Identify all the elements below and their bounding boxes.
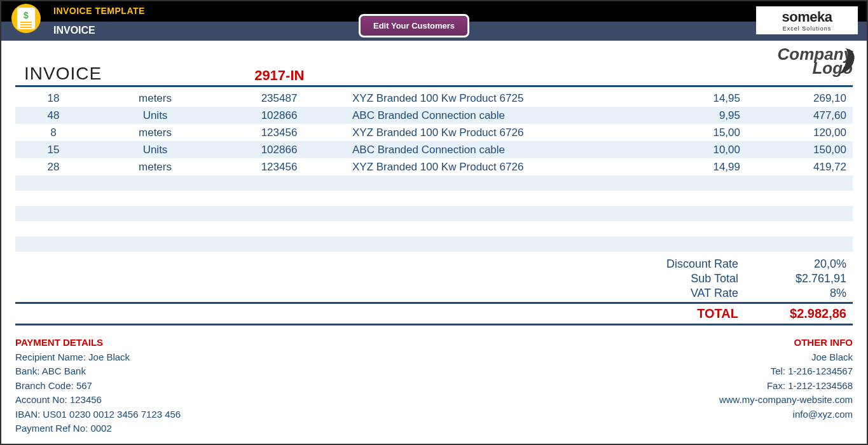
vat-row: VAT Rate 8% — [15, 286, 853, 301]
invoice-number: 2917-IN — [254, 67, 304, 84]
edit-customers-button[interactable]: Edit Your Customers — [359, 14, 469, 38]
table-row: 8 meters 123456 XYZ Branded 100 Kw Produ… — [15, 124, 853, 141]
invoice-header: INVOICE 2917-IN — [15, 41, 853, 87]
someka-logo: someka Excel Solutions — [756, 6, 858, 34]
section-label: INVOICE — [53, 25, 95, 36]
summary-block: Discount Rate 20,0% Sub Total $2.761,91 … — [15, 257, 853, 325]
table-row: 15 Units 102866 ABC Branded Connection c… — [15, 141, 853, 158]
discount-row: Discount Rate 20,0% — [15, 257, 853, 271]
details-section: PAYMENT DETAILS Recipient Name: Joe Blac… — [15, 336, 853, 436]
total-row: TOTAL $2.982,86 — [15, 304, 853, 325]
payment-details: PAYMENT DETAILS Recipient Name: Joe Blac… — [15, 336, 181, 436]
app-logo-icon — [11, 4, 41, 33]
someka-sub: Excel Solutions — [783, 25, 832, 32]
subtotal-row: Sub Total $2.761,91 — [15, 271, 853, 286]
company-logo: Company Logo — [778, 47, 853, 75]
empty-row — [15, 221, 853, 236]
template-label: INVOICE TEMPLATE — [53, 6, 145, 16]
table-row: 28 meters 123456 XYZ Branded 100 Kw Prod… — [15, 158, 853, 175]
header-navy-bar: INVOICE Edit Your Customers someka Excel… — [1, 22, 867, 41]
empty-row — [15, 206, 853, 221]
invoice-title: INVOICE — [24, 64, 102, 84]
line-items-table: 18 meters 235487 XYZ Branded 100 Kw Prod… — [15, 90, 853, 252]
table-row: 48 Units 102866 ABC Branded Connection c… — [15, 107, 853, 124]
other-info: OTHER INFO Joe Black Tel: 1-216-1234567 … — [719, 336, 853, 436]
empty-row — [15, 175, 853, 191]
empty-row — [15, 236, 853, 252]
someka-brand: someka — [782, 9, 832, 25]
empty-row — [15, 191, 853, 206]
table-row: 18 meters 235487 XYZ Branded 100 Kw Prod… — [15, 90, 853, 107]
